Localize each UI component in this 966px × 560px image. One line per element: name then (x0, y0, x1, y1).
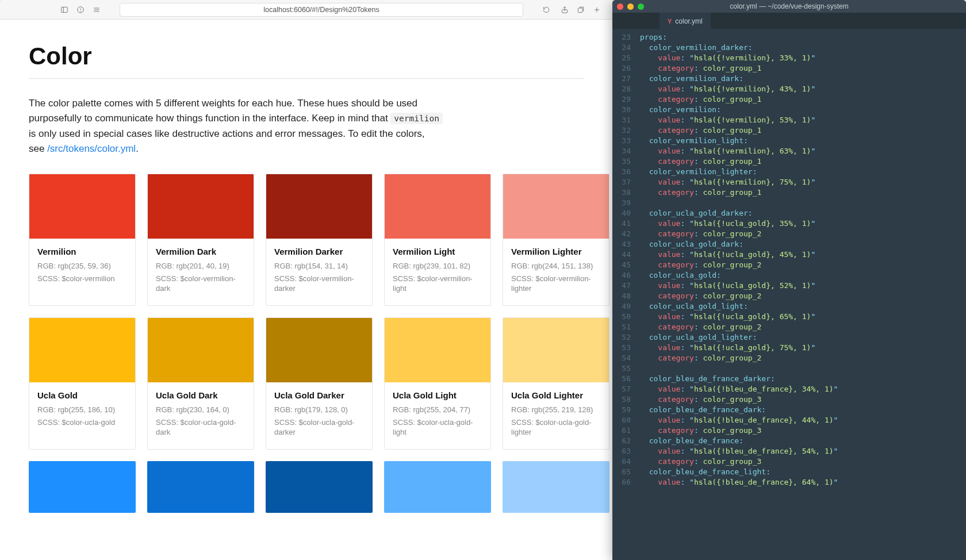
tabs-icon[interactable] (574, 3, 588, 16)
swatch-color (29, 174, 135, 239)
swatch-color (503, 318, 609, 382)
swatch-card[interactable] (384, 461, 491, 513)
swatch-rgb: RGB: rgb(201, 40, 19) (156, 261, 246, 271)
swatch-meta: Vermilion Darker RGB: rgb(154, 31, 14) S… (266, 239, 372, 305)
page-description: The color palette comes with 5 different… (29, 96, 443, 156)
sidebar-toggle-icon[interactable] (57, 3, 71, 16)
swatch-rgb: RGB: rgb(235, 59, 36) (37, 261, 127, 271)
swatch-color (148, 318, 254, 382)
swatch-card[interactable]: Ucla Gold Light RGB: rgb(255, 204, 77) S… (384, 317, 491, 450)
line-gutter: 2324252627282930313233343536373839404142… (612, 29, 635, 560)
swatch-scss: SCSS: $color-vermilion-darker (274, 274, 364, 294)
minimize-icon[interactable] (627, 3, 634, 10)
swatch-card[interactable]: Ucla Gold Lighter RGB: rgb(255, 219, 128… (503, 317, 610, 450)
swatch-card[interactable]: Vermilion RGB: rgb(235, 59, 36) SCSS: $c… (29, 174, 136, 306)
desc-code: vermilion (390, 113, 443, 124)
swatch-color (29, 318, 135, 382)
swatch-meta: Vermilion Dark RGB: rgb(201, 40, 19) SCS… (148, 239, 254, 305)
swatch-card[interactable]: Vermilion Lighter RGB: rgb(244, 151, 138… (503, 174, 610, 306)
swatch-card[interactable]: Vermilion Darker RGB: rgb(154, 31, 14) S… (266, 174, 373, 306)
swatch-color (266, 461, 373, 513)
swatch-meta: Ucla Gold Dark RGB: rgb(230, 164, 0) SCS… (148, 382, 254, 449)
swatch-rgb: RGB: rgb(244, 151, 138) (511, 261, 601, 271)
browser-window: localhost:6060/#!/Design%20Tokens Color … (0, 0, 613, 560)
swatch-rgb: RGB: rgb(179, 128, 0) (274, 405, 364, 415)
swatch-card[interactable]: Vermilion Light RGB: rgb(239, 101, 82) S… (384, 174, 491, 306)
page-title: Color (29, 43, 584, 70)
browser-content[interactable]: Color The color palette comes with 5 dif… (0, 20, 613, 560)
swatch-rgb: RGB: rgb(239, 101, 82) (393, 261, 482, 271)
swatch-scss: SCSS: $color-vermilion-lighter (511, 274, 601, 294)
swatch-name: Vermilion Lighter (511, 247, 601, 256)
new-tab-icon[interactable] (590, 3, 604, 16)
swatch-card[interactable]: Vermilion Dark RGB: rgb(201, 40, 19) SCS… (147, 174, 254, 306)
editor-title: color.yml — ~/code/vue-design-system (617, 2, 961, 10)
swatch-name: Vermilion Dark (156, 247, 246, 256)
reader-icon[interactable] (74, 3, 87, 16)
list-icon[interactable] (90, 3, 103, 16)
swatch-name: Vermilion (37, 247, 127, 256)
editor-tabbar: Y color.yml (612, 13, 966, 29)
swatch-scss: SCSS: $color-ucla-gold-lighter (511, 417, 601, 438)
swatch-meta: Vermilion Light RGB: rgb(239, 101, 82) S… (385, 239, 490, 305)
divider (29, 78, 584, 79)
svg-rect-4 (578, 8, 582, 13)
maximize-icon[interactable] (638, 3, 644, 10)
tab-label: color.yml (675, 17, 702, 25)
share-icon[interactable] (558, 3, 572, 16)
editor-window: color.yml — ~/code/vue-design-system Y c… (612, 0, 966, 560)
swatch-scss: SCSS: $color-ucla-gold-light (393, 417, 482, 438)
swatch-meta: Vermilion Lighter RGB: rgb(244, 151, 138… (503, 239, 609, 305)
browser-toolbar: localhost:6060/#!/Design%20Tokens (0, 0, 613, 20)
url-bar[interactable]: localhost:6060/#!/Design%20Tokens (120, 3, 523, 17)
swatch-scss: SCSS: $color-vermilion (37, 274, 127, 284)
swatch-rgb: RGB: rgb(255, 219, 128) (511, 405, 601, 415)
swatch-card[interactable] (266, 461, 373, 513)
swatch-color (29, 461, 136, 513)
swatch-meta: Ucla Gold RGB: rgb(255, 186, 10) SCSS: $… (29, 382, 135, 439)
swatch-color (147, 461, 254, 513)
swatch-meta: Vermilion RGB: rgb(235, 59, 36) SCSS: $c… (29, 239, 135, 295)
swatch-scss: SCSS: $color-ucla-gold-dark (156, 417, 246, 438)
swatch-grid: Vermilion RGB: rgb(235, 59, 36) SCSS: $c… (29, 174, 584, 512)
swatch-color (503, 461, 610, 513)
swatch-meta: Ucla Gold Darker RGB: rgb(179, 128, 0) S… (266, 382, 372, 449)
swatch-rgb: RGB: rgb(255, 186, 10) (37, 405, 127, 415)
tab-color-yml[interactable]: Y color.yml (660, 13, 711, 29)
swatch-card[interactable]: Ucla Gold RGB: rgb(255, 186, 10) SCSS: $… (29, 317, 136, 450)
editor-titlebar: color.yml — ~/code/vue-design-system (612, 0, 966, 13)
tokens-link[interactable]: /src/tokens/color.yml (47, 143, 136, 154)
swatch-color (148, 174, 254, 239)
desc-text: The color palette comes with 5 different… (29, 98, 417, 124)
swatch-rgb: RGB: rgb(230, 164, 0) (156, 405, 246, 415)
svg-rect-0 (62, 7, 68, 12)
swatch-color (503, 174, 609, 239)
code-area[interactable]: props: color_vermilion_darker: value: "h… (635, 29, 966, 560)
swatch-name: Ucla Gold Light (393, 390, 482, 400)
swatch-scss: SCSS: $color-ucla-gold-darker (274, 417, 364, 438)
swatch-color (266, 174, 372, 239)
svg-point-2 (80, 11, 81, 11)
swatch-card[interactable] (29, 461, 136, 513)
reload-icon[interactable] (539, 3, 553, 16)
swatch-name: Vermilion Light (393, 247, 482, 256)
swatch-color (385, 174, 490, 239)
swatch-card[interactable] (503, 461, 610, 513)
close-icon[interactable] (617, 3, 623, 10)
swatch-card[interactable]: Ucla Gold Dark RGB: rgb(230, 164, 0) SCS… (147, 317, 254, 450)
swatch-card[interactable] (147, 461, 254, 513)
swatch-card[interactable]: Ucla Gold Darker RGB: rgb(179, 128, 0) S… (266, 317, 373, 450)
swatch-name: Vermilion Darker (274, 247, 364, 256)
swatch-color (385, 318, 490, 382)
swatch-name: Ucla Gold Lighter (511, 390, 601, 400)
swatch-rgb: RGB: rgb(154, 31, 14) (274, 261, 364, 271)
swatch-meta: Ucla Gold Lighter RGB: rgb(255, 219, 128… (503, 382, 609, 449)
swatch-name: Ucla Gold (37, 390, 127, 400)
swatch-color (266, 318, 372, 382)
swatch-meta: Ucla Gold Light RGB: rgb(255, 204, 77) S… (385, 382, 490, 449)
editor-body[interactable]: 2324252627282930313233343536373839404142… (612, 29, 966, 560)
swatch-color (384, 461, 491, 513)
swatch-name: Ucla Gold Darker (274, 390, 364, 400)
swatch-name: Ucla Gold Dark (156, 390, 246, 400)
url-text: localhost:6060/#!/Design%20Tokens (263, 6, 379, 14)
